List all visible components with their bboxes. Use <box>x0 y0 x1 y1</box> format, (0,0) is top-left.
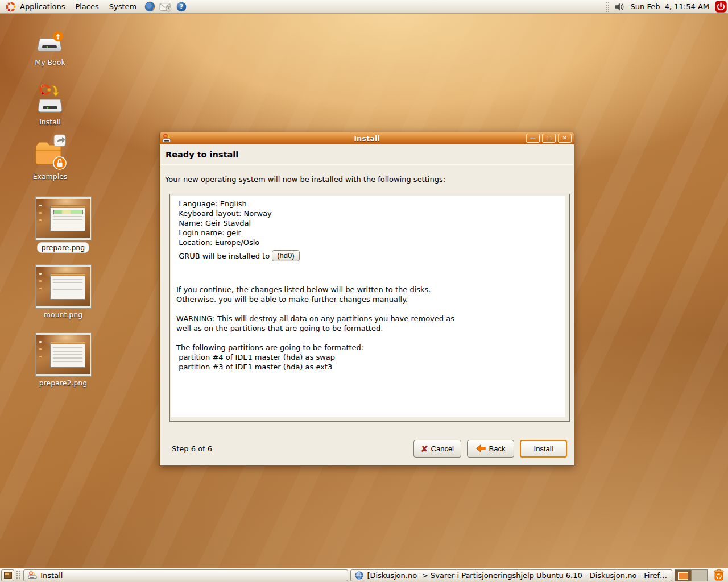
setting-line: Login name: geir <box>176 228 565 238</box>
workspace-switcher <box>675 569 708 581</box>
firefox-launcher-icon[interactable] <box>143 1 156 13</box>
window-icon <box>162 134 171 143</box>
taskbar-window-label: [Diskusjon.no -> Svarer i Partisjonering… <box>367 571 667 580</box>
desktop-screen: Applications Places System <box>0 0 728 582</box>
warning-line: well as on the partitions that are going… <box>176 323 565 333</box>
install-window: Install — ▢ ✕ Ready to install Your new … <box>159 132 574 466</box>
installer-drive-icon <box>35 82 65 115</box>
partition-line: partition #3 of IDE1 master (hda) as ext… <box>176 362 565 372</box>
desktop-icon-label: Install <box>39 118 61 126</box>
install-task-icon <box>28 571 37 579</box>
desktop-icon-label: prepare2.png <box>39 379 87 387</box>
applications-menu-label: Applications <box>20 2 65 11</box>
desktop-icon-install[interactable]: Install <box>19 82 81 126</box>
system-menu[interactable]: System <box>104 0 142 14</box>
desktop-icon-prepare2-png[interactable]: prepare2.png <box>32 333 94 387</box>
globe-icon <box>355 571 363 580</box>
image-thumbnail <box>36 333 91 376</box>
back-button[interactable]: Back <box>467 440 514 458</box>
applet-drag-handle[interactable] <box>605 2 610 12</box>
grub-device-button[interactable]: (hd0) <box>272 250 299 261</box>
summary-textview: Language: English Keyboard layout: Norwa… <box>171 196 565 417</box>
format-header: The following partitions are going to be… <box>176 343 565 352</box>
workspace-1[interactable] <box>675 570 691 581</box>
folder-link-icon <box>32 134 68 170</box>
setting-line: Location: Europe/Oslo <box>176 238 565 247</box>
back-arrow-icon <box>476 444 486 453</box>
system-menu-label: System <box>109 2 136 11</box>
continue-line: If you continue, the changes listed belo… <box>176 285 565 294</box>
minimize-button[interactable]: — <box>526 134 540 143</box>
desktop-icon-prepare-png[interactable]: prepare.png <box>32 197 94 253</box>
summary-frame: Language: English Keyboard layout: Norwa… <box>169 194 570 422</box>
window-title: Install <box>160 134 574 143</box>
window-footer: Step 6 of 6 ✘ Cancel Back Install <box>160 436 574 465</box>
tasklist-drag-handle[interactable] <box>16 570 20 580</box>
trash-icon[interactable] <box>712 569 726 582</box>
usb-drive-icon <box>35 31 65 56</box>
desktop-icon-label: prepare.png <box>37 242 89 253</box>
svg-text:?: ? <box>180 3 184 11</box>
desktop-icon-label: mount.png <box>44 310 82 319</box>
partition-line: partition #4 of IDE1 master (hda) as swa… <box>176 352 565 362</box>
maximize-button[interactable]: ▢ <box>542 134 556 143</box>
mail-notification-icon[interactable] <box>159 1 172 13</box>
page-title: Ready to install <box>160 144 574 164</box>
setting-line: Name: Geir Stavdal <box>176 218 565 228</box>
warning-line: WARNING: This will destroy all data on a… <box>176 314 565 323</box>
bottom-panel: Install [Diskusjon.no -> Svarer i Partis… <box>0 568 728 582</box>
desktop-icon-examples[interactable]: Examples <box>19 134 81 181</box>
desktop-icon-label: Examples <box>33 172 68 181</box>
desktop-icon-mount-png[interactable]: mount.png <box>32 265 94 319</box>
places-menu[interactable]: Places <box>70 0 104 14</box>
cancel-button[interactable]: ✘ Cancel <box>413 440 461 458</box>
applications-menu[interactable]: Applications <box>0 0 70 14</box>
clock-applet[interactable]: Sun Feb 4, 11:54 AM <box>627 2 713 11</box>
cancel-x-icon: ✘ <box>421 444 428 453</box>
window-titlebar[interactable]: Install — ▢ ✕ <box>160 132 574 144</box>
shutdown-icon[interactable] <box>714 1 727 13</box>
top-panel: Applications Places System <box>0 0 728 14</box>
taskbar-window-install[interactable]: Install <box>23 569 348 581</box>
desktop-icon-my-book[interactable]: My Book <box>19 31 81 66</box>
intro-text: Your new operating system will now be in… <box>160 165 574 184</box>
workspace-2[interactable] <box>691 570 707 581</box>
show-desktop-button[interactable] <box>1 569 14 581</box>
taskbar-window-firefox[interactable]: [Diskusjon.no -> Svarer i Partisjonering… <box>350 569 672 581</box>
step-indicator: Step 6 of 6 <box>172 444 212 453</box>
desktop-icon-label: My Book <box>35 58 65 66</box>
image-thumbnail <box>36 265 91 308</box>
taskbar-window-label: Install <box>40 571 63 580</box>
setting-line: Keyboard layout: Norway <box>176 209 565 218</box>
close-button[interactable]: ✕ <box>558 134 572 143</box>
grub-row: GRUB will be installed to (hd0) <box>176 248 565 263</box>
install-button[interactable]: Install <box>520 440 567 458</box>
setting-line: Language: English <box>176 199 565 209</box>
image-thumbnail <box>36 197 91 240</box>
grub-text: GRUB will be installed to <box>176 251 272 261</box>
places-menu-label: Places <box>75 2 98 11</box>
help-icon[interactable]: ? <box>175 1 188 13</box>
volume-icon[interactable] <box>613 1 626 13</box>
ubuntu-logo-icon <box>5 1 16 13</box>
continue-line: Otherwise, you will be able to make furt… <box>176 294 565 304</box>
